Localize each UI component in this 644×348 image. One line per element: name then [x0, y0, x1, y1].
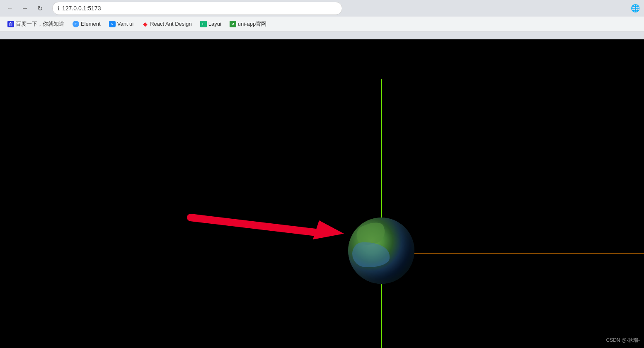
vertical-line: [381, 79, 382, 348]
earth-container: [348, 218, 414, 284]
svg-line-0: [191, 218, 319, 233]
bookmark-element[interactable]: E Element: [69, 19, 104, 29]
watermark: CSDN @-耿瑞-: [606, 337, 640, 344]
bookmark-baidu[interactable]: 百 百度一下，你就知道: [4, 19, 68, 29]
favicon-baidu: 百: [7, 21, 14, 27]
bookmark-label-element: Element: [81, 21, 101, 27]
forward-button[interactable]: →: [19, 2, 31, 14]
red-arrow: [186, 203, 344, 240]
security-icon: ℹ: [58, 5, 60, 12]
favicon-element: E: [73, 21, 79, 27]
address-bar[interactable]: ℹ 127.0.0.1:5173: [52, 2, 342, 15]
bookmark-antd[interactable]: ◆ React Ant Design: [138, 19, 195, 29]
main-content: CSDN @-耿瑞-: [0, 39, 644, 348]
favicon-antd: ◆: [142, 21, 148, 27]
bookmark-label-vant: Vant ui: [117, 21, 134, 27]
bookmark-uniapp[interactable]: U uni-app官网: [226, 19, 270, 29]
favicon-uniapp: U: [230, 21, 236, 27]
svg-marker-1: [313, 220, 344, 239]
bookmark-label-antd: React Ant Design: [150, 21, 191, 27]
bookmark-label-layui: Layui: [208, 21, 221, 27]
earth-globe: [348, 218, 414, 284]
address-text: 127.0.0.1:5173: [62, 5, 101, 12]
browser-chrome: ← → ↻ ℹ 127.0.0.1:5173 🌐 百 百度一下，你就知道 E E…: [0, 0, 644, 39]
title-bar: ← → ↻ ℹ 127.0.0.1:5173 🌐: [0, 0, 644, 17]
horizontal-line: [406, 253, 644, 254]
reload-button[interactable]: ↻: [34, 2, 46, 14]
bookmark-label-baidu: 百度一下，你就知道: [16, 20, 64, 28]
bookmark-vant[interactable]: V Vant ui: [106, 19, 137, 29]
bookmark-layui[interactable]: L Layui: [197, 19, 225, 29]
bookmark-label-uniapp: uni-app官网: [238, 20, 266, 28]
translate-button[interactable]: 🌐: [631, 4, 640, 13]
watermark-text: CSDN @-耿瑞-: [606, 337, 640, 343]
favicon-layui: L: [200, 21, 207, 27]
bookmarks-bar: 百 百度一下，你就知道 E Element V Vant ui ◆ React …: [0, 17, 644, 31]
back-button[interactable]: ←: [4, 2, 16, 14]
favicon-vant: V: [109, 21, 116, 27]
